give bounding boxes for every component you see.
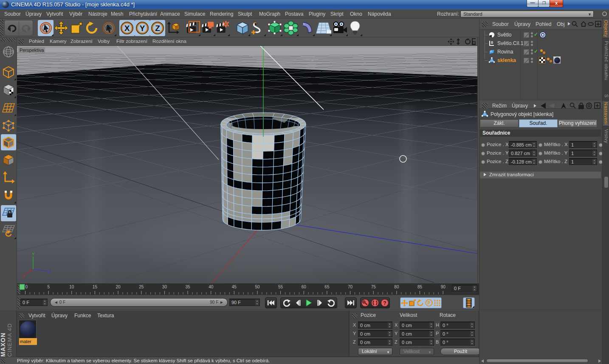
svg-text:10: 10: [69, 285, 74, 289]
svg-text:35: 35: [186, 285, 191, 289]
svg-text:Y: Y: [32, 251, 35, 256]
svg-text:0: 0: [491, 40, 493, 45]
svg-text:65: 65: [324, 285, 330, 289]
svg-text:0: 0: [25, 285, 28, 289]
svg-text:X: X: [22, 274, 25, 278]
svg-text:90: 90: [441, 285, 446, 289]
svg-text:?: ?: [383, 300, 386, 306]
svg-text:75: 75: [371, 285, 376, 289]
svg-text:45: 45: [232, 285, 237, 289]
svg-text:30: 30: [162, 285, 167, 289]
svg-text:70: 70: [348, 285, 353, 289]
svg-text:80: 80: [394, 285, 399, 289]
svg-text:X: X: [124, 24, 130, 33]
svg-text:5: 5: [47, 285, 50, 289]
svg-text:85: 85: [417, 285, 423, 289]
svg-text:Y: Y: [140, 24, 145, 33]
svg-text:15: 15: [93, 285, 98, 289]
svg-text:P: P: [427, 301, 430, 305]
svg-text:50: 50: [255, 285, 260, 289]
svg-text:25: 25: [139, 285, 144, 289]
svg-text:55: 55: [278, 285, 283, 289]
svg-text:40: 40: [209, 285, 214, 289]
svg-text:Z: Z: [48, 269, 51, 274]
svg-text:Z: Z: [155, 24, 160, 33]
svg-text:20: 20: [116, 285, 121, 289]
svg-text:60: 60: [302, 285, 307, 289]
